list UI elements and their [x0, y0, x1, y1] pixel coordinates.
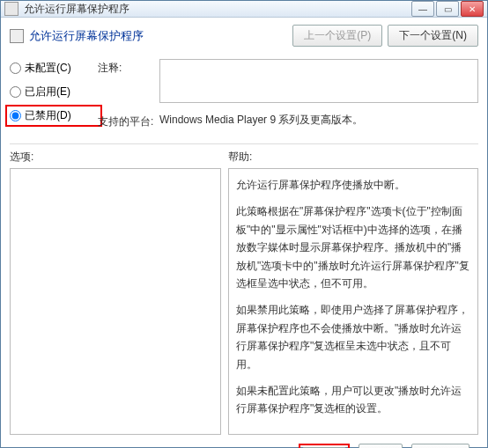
help-p2: 此策略根据在"屏幕保护程序"选项卡(位于"控制面板"中的"显示属性"对话框中)中… — [236, 202, 470, 292]
platform-row: 支持的平台: Windows Media Player 9 系列及更高版本。 — [98, 113, 478, 129]
divider — [10, 143, 478, 144]
maximize-button[interactable]: ▭ — [436, 1, 459, 17]
radio-disabled-input[interactable] — [10, 110, 21, 121]
platform-label: 支持的平台: — [98, 113, 159, 129]
radio-disabled[interactable]: 已禁用(D) — [5, 105, 102, 127]
help-p1: 允许运行屏幕保护程序使播放中断。 — [236, 176, 470, 194]
next-setting-button[interactable]: 下一个设置(N) — [388, 25, 478, 47]
radio-enabled[interactable]: 已启用(E) — [10, 84, 98, 99]
window-title: 允许运行屏幕保护程序 — [24, 2, 411, 17]
platform-value: Windows Media Player 9 系列及更高版本。 — [159, 113, 478, 128]
ok-highlight: 确定 — [299, 444, 350, 448]
header-row: 允许运行屏幕保护程序 上一个设置(P) 下一个设置(N) — [10, 25, 478, 47]
section-labels: 选项: 帮助: — [10, 150, 478, 165]
help-label: 帮助: — [228, 150, 252, 165]
prev-setting-button[interactable]: 上一个设置(P) — [292, 25, 382, 47]
page-title: 允许运行屏幕保护程序 — [29, 28, 292, 44]
fields-area: 注释: 支持的平台: Windows Media Player 9 系列及更高版… — [98, 59, 478, 129]
policy-icon — [10, 29, 24, 43]
dialog-window: 允许运行屏幕保护程序 — ▭ ✕ 允许运行屏幕保护程序 上一个设置(P) 下一个… — [0, 0, 488, 448]
titlebar: 允许运行屏幕保护程序 — ▭ ✕ — [1, 1, 487, 18]
radio-group: 未配置(C) 已启用(E) 已禁用(D) — [10, 59, 98, 129]
close-button[interactable]: ✕ — [461, 1, 484, 17]
options-label: 选项: — [10, 150, 228, 165]
help-p3: 如果禁用此策略，即使用户选择了屏幕保护程序，屏幕保护程序也不会使播放中断。"播放… — [236, 301, 470, 373]
apply-button[interactable]: 应用(A) — [411, 444, 470, 448]
radio-enabled-input[interactable] — [10, 86, 21, 98]
comment-value — [159, 59, 478, 106]
config-row: 未配置(C) 已启用(E) 已禁用(D) 注释: — [10, 59, 478, 129]
radio-not-configured[interactable]: 未配置(C) — [10, 61, 98, 76]
radio-not-configured-input[interactable] — [10, 62, 21, 74]
comment-textarea[interactable] — [159, 59, 478, 103]
help-panel: 允许运行屏幕保护程序使播放中断。 此策略根据在"屏幕保护程序"选项卡(位于"控制… — [228, 168, 478, 435]
minimize-button[interactable]: — — [411, 1, 434, 17]
cancel-button[interactable]: 取消 — [359, 444, 403, 448]
footer-buttons: 确定 取消 应用(A) — [10, 435, 478, 448]
app-icon — [4, 2, 18, 16]
comment-row: 注释: — [98, 59, 478, 106]
content-area: 允许运行屏幕保护程序 上一个设置(P) 下一个设置(N) 未配置(C) 已启用(… — [1, 18, 487, 448]
window-buttons: — ▭ ✕ — [411, 1, 484, 17]
nav-buttons: 上一个设置(P) 下一个设置(N) — [292, 25, 478, 47]
help-p4: 如果未配置此策略，用户可以更改"播放时允许运行屏幕保护程序"复选框的设置。 — [236, 382, 470, 418]
radio-enabled-label: 已启用(E) — [25, 84, 70, 99]
options-panel — [10, 168, 221, 435]
panels: 允许运行屏幕保护程序使播放中断。 此策略根据在"屏幕保护程序"选项卡(位于"控制… — [10, 168, 478, 435]
radio-not-configured-label: 未配置(C) — [25, 61, 71, 76]
comment-label: 注释: — [98, 59, 159, 76]
radio-disabled-label: 已禁用(D) — [25, 108, 71, 123]
